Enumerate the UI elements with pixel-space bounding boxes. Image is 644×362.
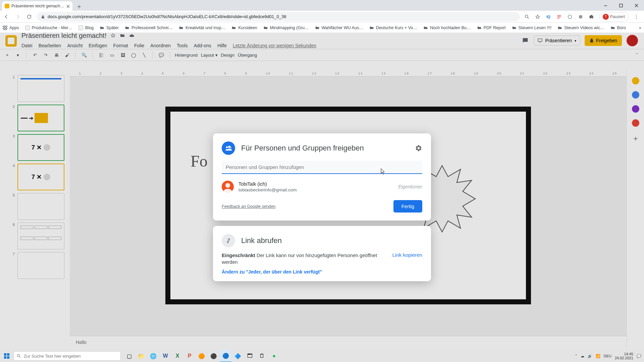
- windows-taskbar: Zur Suche Text hier eingeben ▢ 📁 🌐 W X P…: [0, 350, 644, 362]
- extensions-puzzle-icon[interactable]: [588, 14, 594, 20]
- close-window-button[interactable]: [629, 0, 644, 11]
- extension-icon-2[interactable]: [556, 14, 562, 20]
- address-bar: docs.google.com/presentation/d/1yV372SO5…: [0, 11, 644, 23]
- link-icon: [222, 234, 235, 247]
- forward-button[interactable]: [14, 13, 21, 20]
- bookmark-label: Später: [106, 25, 119, 30]
- profile-chip[interactable]: T Pausiert: [599, 12, 629, 21]
- share-people-card: Für Personen und Gruppen freigeben TobiT…: [213, 133, 431, 221]
- gear-icon[interactable]: [414, 144, 422, 152]
- svg-rect-11: [4, 356, 6, 359]
- close-tab-icon[interactable]: [66, 4, 70, 8]
- tray-expand-icon[interactable]: ˄: [575, 354, 577, 358]
- notifications-icon[interactable]: 💬: [637, 354, 641, 358]
- clock[interactable]: 14:45 24.02.2021: [615, 352, 633, 360]
- powerpoint-icon[interactable]: P: [184, 350, 195, 362]
- bookmark-item[interactable]: Produktsuche - Mer…: [25, 25, 73, 30]
- browser-tab-active[interactable]: Präsentieren leicht gemacht! - G…: [2, 1, 72, 11]
- feedback-link[interactable]: Feedback an Google senden: [222, 204, 276, 209]
- search-placeholder: Zur Suche Text hier eingeben: [24, 354, 81, 359]
- apps-label: Apps: [9, 25, 19, 30]
- maximize-button[interactable]: [613, 0, 629, 11]
- task-view-icon[interactable]: ▢: [123, 350, 135, 362]
- bookmark-folder[interactable]: Später: [100, 25, 119, 30]
- window-controls: [598, 0, 644, 11]
- svg-rect-9: [4, 353, 6, 356]
- profile-status: Pausiert: [610, 14, 625, 19]
- url-field[interactable]: docs.google.com/presentation/d/1yV372SO5…: [37, 12, 520, 21]
- svg-point-5: [636, 16, 637, 17]
- get-link-card: Link abrufen Eingeschränkt Der Link kann…: [213, 226, 431, 281]
- minimize-button[interactable]: [598, 0, 613, 11]
- onedrive-icon[interactable]: ☁: [581, 354, 584, 358]
- svg-point-3: [579, 15, 583, 18]
- edge-icon[interactable]: 🌐: [148, 350, 159, 362]
- extension-icon-3[interactable]: [567, 14, 573, 20]
- bookmark-label: Wahlfächer WU Aus…: [322, 25, 363, 30]
- start-button[interactable]: [0, 350, 13, 362]
- bookmark-label: Mindmapping (Gru…: [270, 25, 309, 30]
- svg-point-1: [525, 15, 528, 17]
- explorer-icon[interactable]: 📁: [136, 350, 147, 362]
- bookmark-folder[interactable]: Kreativität und Insp…: [179, 25, 226, 30]
- bookmark-label: Deutsche Kurs + Vo…: [376, 25, 417, 30]
- extension-icon-4[interactable]: [578, 14, 584, 20]
- bookmark-folder[interactable]: Steuern Lesen !!!!: [512, 25, 552, 30]
- bookmarks-bar: Apps Produktsuche - Mer… Blog Später Pro…: [0, 23, 644, 33]
- back-button[interactable]: [3, 13, 10, 20]
- volume-icon[interactable]: 🔊: [588, 354, 592, 358]
- taskbar-search[interactable]: Zur Suche Text hier eingeben: [13, 351, 121, 361]
- apps-shortcut[interactable]: Apps: [3, 25, 19, 30]
- person-name: TobiTalk (ich): [238, 181, 393, 187]
- obs-icon[interactable]: ⚫: [208, 350, 219, 362]
- word-icon[interactable]: W: [160, 350, 171, 362]
- wifi-icon[interactable]: 📶: [596, 354, 600, 358]
- app-icon-2[interactable]: 🗔: [244, 350, 256, 362]
- share-dialog-title: Für Personen und Gruppen freigeben: [241, 144, 408, 153]
- bookmark-folder[interactable]: PDF Report: [477, 25, 506, 30]
- people-share-icon: [222, 141, 235, 155]
- bookmark-label: Kreativität und Insp…: [185, 25, 226, 30]
- bookmark-folder[interactable]: Deutsche Kurs + Vo…: [369, 25, 417, 30]
- svg-point-13: [17, 354, 19, 357]
- tab-title: Präsentieren leicht gemacht! - G…: [11, 4, 64, 8]
- bookmark-folder[interactable]: Kursideen: [231, 25, 257, 30]
- language-indicator[interactable]: DEU: [604, 354, 611, 358]
- link-card-title: Link abrufen: [241, 236, 422, 245]
- bookmark-folder[interactable]: Professionell Schrei…: [125, 25, 173, 30]
- browser-tab-strip: Präsentieren leicht gemacht! - G…: [0, 0, 644, 11]
- spotify-icon[interactable]: ●: [268, 350, 280, 362]
- extension-icon-1[interactable]: IQ: [545, 14, 551, 20]
- bookmark-label: Steuern Lesen !!!!: [519, 25, 552, 30]
- chrome-menu-icon[interactable]: [633, 14, 639, 20]
- zoom-icon[interactable]: [524, 14, 530, 20]
- bookmark-folder[interactable]: Noch hochladen Bu…: [423, 25, 471, 30]
- user-avatar: [222, 181, 234, 193]
- app-icon[interactable]: 🟠: [196, 350, 207, 362]
- bookmark-folder[interactable]: Wahlfächer WU Aus…: [315, 25, 363, 30]
- edge-new-icon[interactable]: 🔷: [232, 350, 244, 362]
- notepad-icon[interactable]: 🗒: [256, 350, 268, 362]
- new-tab-button[interactable]: [75, 3, 83, 11]
- bookmarks-overflow[interactable]: »: [639, 25, 641, 30]
- copy-link-button[interactable]: Link kopieren: [392, 252, 422, 258]
- bookmark-folder[interactable]: Mindmapping (Gru…: [263, 25, 309, 30]
- add-people-input[interactable]: [222, 161, 422, 174]
- bookmark-folder[interactable]: Steuern Videos wic…: [557, 25, 604, 30]
- done-button[interactable]: Fertig: [393, 200, 422, 213]
- bookmark-item[interactable]: Blog: [78, 25, 94, 30]
- svg-point-6: [636, 18, 637, 18]
- reload-button[interactable]: [25, 13, 33, 20]
- bookmark-folder[interactable]: Büro: [610, 25, 626, 30]
- bookmark-label: Noch hochladen Bu…: [430, 25, 471, 30]
- person-role: Eigentümer: [398, 184, 422, 189]
- profile-avatar: T: [603, 14, 609, 20]
- link-restriction-text: Eingeschränkt Der Link kann nur von hinz…: [222, 252, 382, 266]
- excel-icon[interactable]: X: [172, 350, 183, 362]
- change-access-link[interactable]: Ändern zu "Jeder, der über den Link verf…: [222, 269, 382, 275]
- chrome-icon[interactable]: 🔵: [220, 350, 231, 362]
- svg-rect-0: [620, 4, 623, 7]
- bookmark-label: Professionell Schrei…: [131, 25, 173, 30]
- svg-point-4: [636, 15, 637, 15]
- star-icon[interactable]: [535, 14, 541, 20]
